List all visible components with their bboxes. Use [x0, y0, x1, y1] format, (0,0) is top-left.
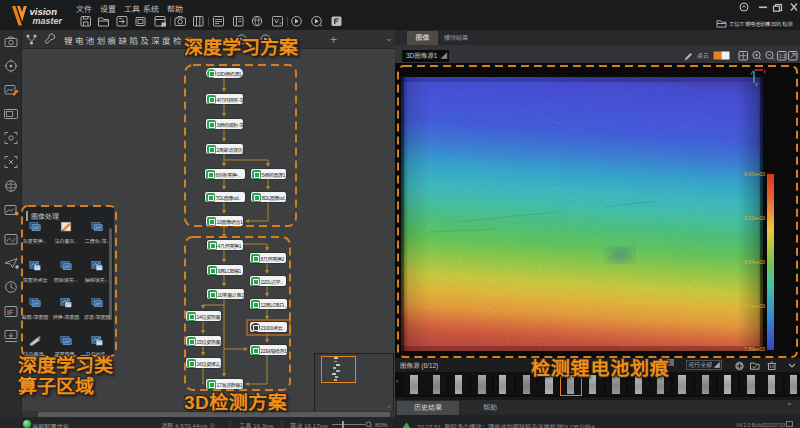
svg-text:IF: IF [7, 309, 13, 316]
svg-text:1:1: 1:1 [779, 53, 786, 59]
svg-text:点云: 点云 [697, 52, 709, 59]
svg-text:z: z [756, 82, 759, 87]
svg-text:x: x [764, 69, 767, 74]
svg-text:80%: 80% [375, 421, 388, 428]
svg-text:master: master [33, 16, 63, 26]
